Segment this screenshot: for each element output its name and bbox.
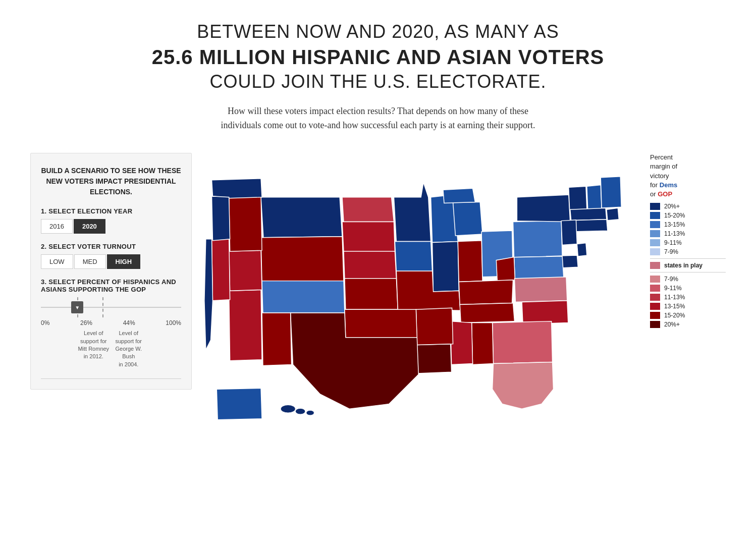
slider-dashed-44	[102, 297, 103, 317]
slider-annot-26: Level ofsupport forMitt Romneyin 2012.	[76, 330, 112, 368]
header-subtitle: How will these voters impact election re…	[30, 104, 726, 133]
svg-marker-6	[344, 251, 396, 279]
legend-item-dem-5: 9-11%	[650, 239, 726, 246]
svg-marker-7	[395, 242, 432, 271]
percent-label: 3. SELECT PERCENT OF HISPANICS AND ASIAN…	[41, 278, 181, 293]
svg-marker-34	[493, 362, 554, 409]
btn-med[interactable]: MED	[74, 254, 106, 269]
btn-2020[interactable]: 2020	[74, 219, 105, 234]
us-map	[202, 153, 645, 439]
legend-label-gop-1: 7-9%	[664, 276, 678, 283]
svg-marker-5	[261, 237, 344, 281]
legend-swatch-gop-5	[650, 312, 660, 319]
legend-swatch-in-play	[650, 262, 660, 269]
legend-swatch-dem-1	[650, 203, 660, 210]
svg-marker-46	[212, 179, 262, 198]
legend-item-dem-1: 20%+	[650, 203, 726, 210]
svg-marker-44	[212, 237, 230, 301]
svg-marker-27	[514, 256, 564, 280]
svg-marker-8	[453, 202, 483, 236]
slider-mark1: 26%	[80, 319, 92, 326]
slider-mark2: 44%	[123, 319, 135, 326]
turnout-label: 2. SELECT VOTER TURNOUT	[41, 243, 181, 250]
svg-marker-47	[212, 196, 230, 241]
svg-marker-29	[459, 280, 513, 305]
legend-swatch-gop-2	[650, 285, 660, 292]
svg-marker-37	[416, 344, 451, 374]
legend-item-gop-3: 11-13%	[650, 294, 726, 301]
svg-marker-35	[472, 323, 494, 365]
legend-label-dem-4: 11-13%	[664, 230, 685, 237]
slider-thumb[interactable]	[71, 301, 83, 313]
legend-swatch-dem-5	[650, 239, 660, 246]
slider-min: 0%	[41, 319, 49, 326]
btn-low[interactable]: LOW	[41, 254, 73, 269]
legend-label-gop-5: 15-20%	[664, 312, 685, 319]
svg-marker-30	[460, 303, 514, 323]
sidebar-build-title: BUILD A SCENARIO TO SEE HOW THESE NEW VO…	[41, 166, 181, 197]
svg-marker-16	[513, 221, 563, 257]
legend-item-dem-6: 7-9%	[650, 248, 726, 255]
legend-label-dem-3: 13-15%	[664, 221, 685, 228]
legend-divider-2	[650, 272, 726, 272]
page-container: BETWEEN NOW AND 2020, AS MANY AS 25.6 MI…	[0, 0, 756, 461]
svg-marker-12	[345, 279, 398, 309]
legend-swatch-dem-2	[650, 212, 660, 219]
svg-marker-4	[342, 222, 395, 252]
svg-marker-20	[601, 177, 621, 208]
svg-marker-25	[577, 243, 587, 256]
legend-container: Percentmargin ofvictoryfor Demsor GOP 20…	[645, 153, 726, 330]
election-year-buttons: 2016 2020	[41, 219, 181, 234]
legend-label-dem-6: 7-9%	[664, 248, 678, 255]
svg-marker-33	[493, 321, 553, 364]
map-and-legend: Percentmargin ofvictoryfor Demsor GOP 20…	[202, 153, 726, 441]
header-section: BETWEEN NOW AND 2020, AS MANY AS 25.6 MI…	[30, 20, 726, 133]
svg-marker-24	[561, 220, 577, 245]
sidebar: BUILD A SCENARIO TO SEE HOW THESE NEW VO…	[30, 153, 192, 390]
slider-track	[41, 307, 181, 308]
slider-annot-44: Level ofsupport forGeorge W. Bushin 2004…	[111, 330, 146, 368]
btn-2016[interactable]: 2016	[41, 219, 73, 234]
svg-marker-42	[229, 290, 262, 360]
legend-or: or	[650, 190, 658, 198]
legend-item-gop-2: 9-11%	[650, 285, 726, 292]
svg-marker-45	[229, 196, 262, 251]
turnout-buttons: LOW MED HIGH	[41, 254, 181, 269]
slider-section: 0% 26% 44% 100% Level ofsupport forMitt …	[41, 297, 181, 368]
header-line2: 25.6 MILLION HISPANIC AND ASIAN VOTERS	[30, 44, 726, 70]
legend-label-dem-2: 15-20%	[664, 212, 685, 219]
slider-container	[41, 297, 181, 317]
slider-max: 100%	[166, 319, 181, 326]
legend-swatch-dem-3	[650, 221, 660, 228]
svg-marker-17	[517, 195, 570, 222]
header-line3: COULD JOIN THE U.S. ELECTORATE.	[30, 70, 726, 94]
legend-label-gop-2: 9-11%	[664, 285, 682, 292]
svg-marker-48	[204, 239, 213, 350]
svg-marker-0	[261, 197, 342, 238]
svg-marker-22	[607, 208, 619, 220]
legend-item-dem-3: 13-15%	[650, 221, 726, 228]
sidebar-percent-section: 3. SELECT PERCENT OF HISPANICS AND ASIAN…	[41, 278, 181, 368]
svg-marker-2	[394, 183, 430, 242]
legend-dems-label: Dems	[660, 181, 677, 189]
svg-point-50	[281, 405, 295, 413]
legend-swatch-dem-6	[650, 248, 660, 255]
svg-marker-32	[522, 301, 568, 324]
svg-marker-38	[416, 308, 453, 345]
svg-marker-31	[514, 277, 567, 302]
btn-high[interactable]: HIGH	[107, 254, 141, 269]
header-line1: BETWEEN NOW AND 2020, AS MANY AS	[30, 20, 726, 44]
svg-marker-28	[496, 257, 515, 281]
legend-item-gop-6: 20%+	[650, 321, 726, 328]
legend-title: Percentmargin ofvictoryfor Demsor GOP	[650, 153, 726, 199]
svg-marker-36	[451, 321, 473, 365]
legend-swatch-dem-4	[650, 230, 660, 237]
legend-item-in-play: states in play	[650, 262, 726, 269]
svg-marker-14	[458, 241, 482, 282]
legend-label-dem-5: 9-11%	[664, 239, 682, 246]
legend-swatch-gop-1	[650, 276, 660, 283]
slider-annotations-row: Level ofsupport forMitt Romneyin 2012. L…	[41, 330, 181, 368]
svg-marker-39	[345, 309, 417, 338]
election-year-label: 1. SELECT ELECTION YEAR	[41, 207, 181, 215]
svg-point-51	[295, 408, 305, 414]
